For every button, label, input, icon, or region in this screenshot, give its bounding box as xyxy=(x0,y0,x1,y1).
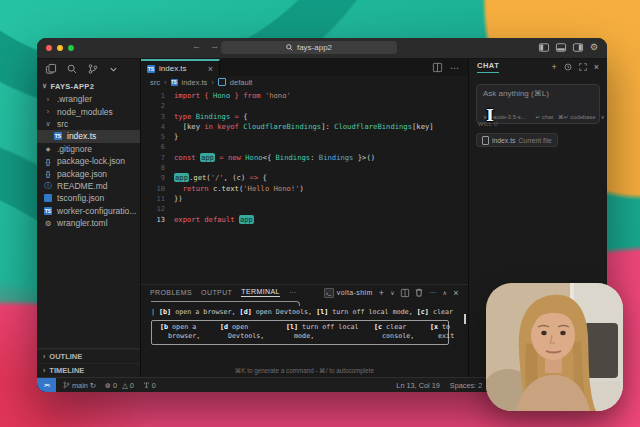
tree-item--wrangler[interactable]: ›.wrangler xyxy=(37,93,140,105)
command-center-search[interactable]: fays-app2 xyxy=(221,41,397,54)
search-sidebar-icon[interactable] xyxy=(67,64,77,74)
tab-problems[interactable]: PROBLEMS xyxy=(150,289,192,297)
close-panel-icon[interactable]: × xyxy=(453,288,459,298)
terminal-output[interactable]: | [b] open a browser, [d] open Devtools,… xyxy=(141,300,468,377)
tab-output[interactable]: OUTPUT xyxy=(201,289,232,297)
code-text: import { Hono } from 'hono' xyxy=(174,91,291,101)
breadcrumb-symbol[interactable]: default xyxy=(230,78,253,87)
terminal-box-edge xyxy=(151,301,300,306)
tab-index-ts[interactable]: TS index.ts × xyxy=(141,59,220,76)
zoom-window-button[interactable] xyxy=(68,45,74,51)
chat-submit-label[interactable]: ↵ chat xyxy=(536,114,553,120)
kill-terminal-trash-icon[interactable] xyxy=(415,288,423,297)
new-terminal-button[interactable]: + xyxy=(379,288,385,298)
tab-terminal[interactable]: TERMINAL xyxy=(241,288,280,297)
remote-indicator[interactable]: >< xyxy=(37,378,56,392)
explorer-root-label: FAYS-APP2 xyxy=(50,82,94,91)
tree-item-tsconfig-json[interactable]: tsconfig.json xyxy=(37,192,140,204)
problems-status[interactable]: ⊗ 0 △ 0 xyxy=(105,381,134,390)
minimize-window-button[interactable] xyxy=(57,45,63,51)
submit-options-chevron-icon[interactable]: ∨ xyxy=(600,114,604,120)
terminal-ai-hint: ⌘K to generate a command - ⌘/ to autocom… xyxy=(141,367,468,374)
more-views-chevron-icon[interactable] xyxy=(109,65,118,74)
toggle-panel-icon[interactable] xyxy=(556,43,566,52)
file-icon xyxy=(482,136,489,145)
editor-more-actions-icon[interactable]: ⋯ xyxy=(450,63,459,73)
code-line-1: 1import { Hono } from 'hono' xyxy=(141,91,468,101)
tree-item-readme-md[interactable]: ⓘREADME.md xyxy=(37,180,140,192)
braces-icon: {} xyxy=(43,170,53,177)
history-back-button[interactable]: ← xyxy=(192,41,201,51)
outline-section[interactable]: › OUTLINE xyxy=(37,349,140,363)
errors-icon: ⊗ xyxy=(105,381,111,390)
close-window-button[interactable] xyxy=(46,45,52,51)
line-number: 11 xyxy=(141,194,174,204)
toggle-primary-sidebar-icon[interactable] xyxy=(539,43,549,52)
expand-chat-icon[interactable] xyxy=(579,63,587,71)
bottom-panel: PROBLEMS OUTPUT TERMINAL ⋯ ›_ volta-shim… xyxy=(141,284,468,377)
tree-item-package-json[interactable]: {}package.json xyxy=(37,167,140,179)
tree-item-wrangler-toml[interactable]: ⚙wrangler.toml xyxy=(37,217,140,229)
breadcrumb-file[interactable]: index.ts xyxy=(182,78,208,87)
terminal-instance-label: volta-shim xyxy=(337,289,373,296)
line-number: 10 xyxy=(141,184,174,194)
info-icon: ⓘ xyxy=(43,181,53,191)
breadcrumb-src[interactable]: src xyxy=(150,78,160,87)
code-line-12: 12 xyxy=(141,204,468,214)
split-terminal-icon[interactable] xyxy=(401,289,409,297)
git-branch-status[interactable]: main ↻ xyxy=(63,381,96,390)
code-line-11: 11}) xyxy=(141,194,468,204)
close-chat-icon[interactable]: × xyxy=(594,62,599,72)
code-line-5: 5} xyxy=(141,132,468,142)
braces-icon: {} xyxy=(43,158,53,165)
code-editor[interactable]: 1import { Hono } from 'hono'23type Bindi… xyxy=(141,88,468,284)
statusbar-item[interactable]: Spaces: 2 xyxy=(450,381,482,390)
statusbar-item[interactable]: Ln 13, Col 19 xyxy=(396,381,439,390)
tree-item-index-ts[interactable]: TSindex.ts xyxy=(37,130,140,142)
history-forward-button[interactable]: → xyxy=(210,41,219,51)
explorer-root-header[interactable]: ∨ FAYS-APP2 xyxy=(37,79,140,93)
editor-group: TS index.ts × ⋯ src › TS index.t xyxy=(141,59,468,377)
new-chat-button[interactable]: + xyxy=(551,62,556,72)
maximize-panel-icon[interactable]: ∧ xyxy=(443,289,448,296)
ports-status[interactable]: 0 xyxy=(143,381,156,390)
tree-item-node-modules[interactable]: ›node_modules xyxy=(37,105,140,117)
chevron-down-icon: ∨ xyxy=(42,82,47,90)
terminal-instance-chip[interactable]: ›_ volta-shim xyxy=(324,288,373,298)
codebase-submit-label[interactable]: ⌘↵ codebase xyxy=(558,114,595,120)
timeline-section[interactable]: › TIMELINE xyxy=(37,363,140,377)
chat-history-clock-icon[interactable] xyxy=(564,63,572,71)
terminal-dropdown-chevron-icon[interactable]: ∨ xyxy=(390,289,395,296)
line-number: 7 xyxy=(141,153,174,163)
traffic-lights xyxy=(46,45,74,51)
line-number: 9 xyxy=(141,173,174,183)
tab-label: index.ts xyxy=(159,64,187,73)
titlebar: ← → fays-app2 ⚙ xyxy=(37,38,607,59)
split-editor-icon[interactable] xyxy=(433,63,442,72)
source-control-branch-icon[interactable] xyxy=(88,64,98,74)
customize-layout-gear-icon[interactable]: ⚙ xyxy=(590,42,598,52)
radio-tower-icon xyxy=(143,381,150,389)
code-text: app.get('/', (c) => { xyxy=(174,173,267,183)
explorer-files-icon[interactable] xyxy=(46,64,56,74)
terminal-scrollbar[interactable] xyxy=(464,314,466,324)
code-text: return c.text('Hello Hono!') xyxy=(174,184,304,194)
tree-item--gitignore[interactable]: ◆.gitignore xyxy=(37,143,140,155)
code-line-10: 10 return c.text('Hello Hono!') xyxy=(141,184,468,194)
tree-item-package-lock-json[interactable]: {}package-lock.json xyxy=(37,155,140,167)
line-number: 1 xyxy=(141,91,174,101)
chat-input-placeholder: Ask anything (⌘L) xyxy=(483,89,593,98)
legend-column: [x to exit xyxy=(430,323,444,341)
tree-item-src[interactable]: ∨src xyxy=(37,118,140,130)
breadcrumb[interactable]: src › TS index.ts › default xyxy=(141,76,468,88)
code-line-6: 6 xyxy=(141,142,468,152)
panel-more-actions-icon[interactable]: ⋯ xyxy=(429,289,436,297)
panel-more-tabs-icon[interactable]: ⋯ xyxy=(289,289,296,297)
chat-input-box[interactable]: Ask anything (⌘L) ∨ claude-3.5-s... ↵ ch… xyxy=(476,84,600,124)
file-tree: ›.wrangler›node_modules∨srcTSindex.ts◆.g… xyxy=(37,93,140,348)
context-chip-current-file[interactable]: index.ts Current file xyxy=(476,133,558,147)
close-tab-icon[interactable]: × xyxy=(208,64,213,74)
tree-item-worker-configuratio-[interactable]: TSworker-configuratio... xyxy=(37,205,140,217)
chat-tab-label[interactable]: CHAT xyxy=(477,61,499,73)
toggle-secondary-sidebar-icon[interactable] xyxy=(573,43,583,52)
